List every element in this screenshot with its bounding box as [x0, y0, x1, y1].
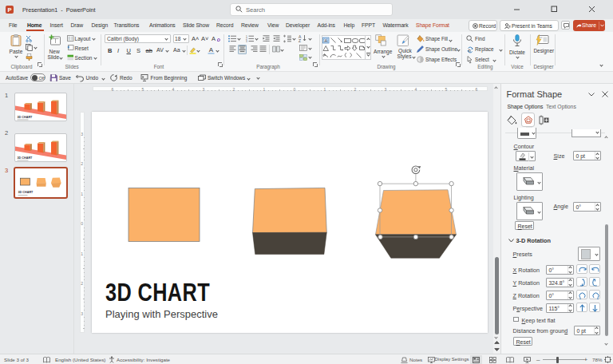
svg-text:3D CHART: 3D CHART	[18, 190, 33, 194]
svg-text:b: b	[469, 47, 471, 52]
svg-text:3D CHART: 3D CHART	[17, 114, 32, 118]
svg-text:3: 3	[246, 40, 247, 43]
svg-text:A: A	[324, 38, 327, 42]
svg-text:Z: Z	[299, 38, 301, 42]
svg-text:3D CHART: 3D CHART	[17, 155, 32, 159]
svg-text:P: P	[7, 6, 11, 14]
svg-text:A: A	[209, 46, 214, 53]
